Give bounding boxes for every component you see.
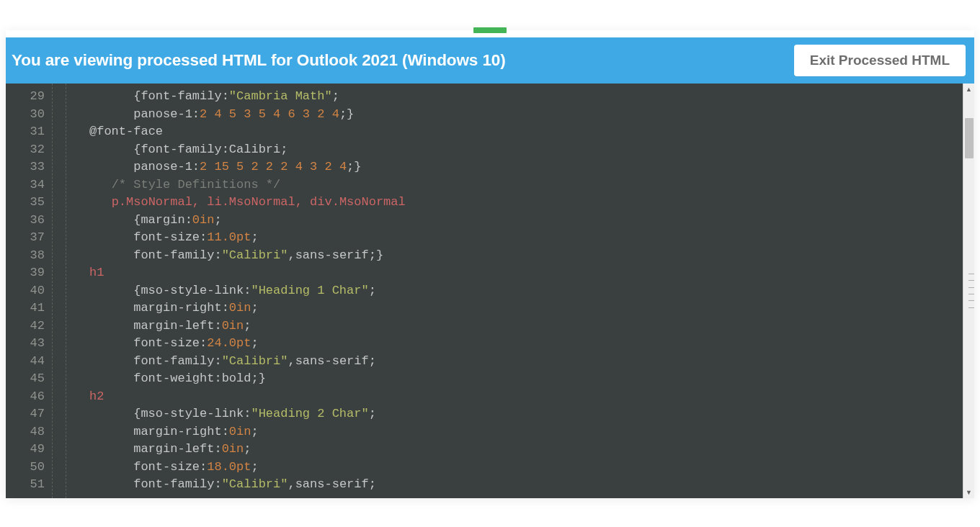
- code-line: margin-left:0in;: [53, 317, 963, 335]
- header-bar: You are viewing processed HTML for Outlo…: [6, 37, 974, 84]
- line-number: 39: [6, 264, 52, 282]
- code-line: margin-right:0in;: [53, 299, 963, 317]
- line-number: 41: [6, 299, 52, 317]
- line-number: 36: [6, 212, 52, 230]
- line-number: 47: [6, 405, 52, 423]
- line-number: 43: [6, 335, 52, 353]
- code-line: font-family:"Calibri",sans-serif;: [53, 476, 963, 494]
- code-editor: 2930313233343536373839404142434445464748…: [6, 84, 974, 498]
- line-number: 35: [6, 194, 52, 212]
- line-number: 32: [6, 141, 52, 159]
- vertical-scrollbar[interactable]: ▲ ▼: [963, 84, 974, 498]
- code-line: margin-left:0in;: [53, 441, 963, 459]
- code-line: panose-1:2 4 5 3 5 4 6 3 2 4;}: [53, 106, 963, 124]
- line-number: 30: [6, 106, 52, 124]
- line-number: 38: [6, 247, 52, 265]
- code-line: font-size:18.0pt;: [53, 459, 963, 477]
- header-title: You are viewing processed HTML for Outlo…: [12, 51, 506, 70]
- line-number: 48: [6, 423, 52, 441]
- viewer-container: You are viewing processed HTML for Outlo…: [6, 30, 974, 498]
- code-line: panose-1:2 15 5 2 2 2 4 3 2 4;}: [53, 158, 963, 176]
- code-line: {mso-style-link:"Heading 1 Char";: [53, 282, 963, 300]
- code-line: p.MsoNormal, li.MsoNormal, div.MsoNormal: [53, 194, 963, 212]
- code-line: {mso-style-link:"Heading 2 Char";: [53, 405, 963, 423]
- line-number: 46: [6, 388, 52, 406]
- line-number: 34: [6, 176, 52, 194]
- line-number: 29: [6, 88, 52, 106]
- code-line: h2: [53, 388, 963, 406]
- scrollbar-grip-icon: [968, 271, 974, 311]
- code-content[interactable]: {font-family:"Cambria Math"; panose-1:2 …: [52, 84, 963, 498]
- code-line: font-weight:bold;}: [53, 370, 963, 388]
- code-line: font-size:11.0pt;: [53, 229, 963, 247]
- code-line: font-family:"Calibri",sans-serif;: [53, 353, 963, 371]
- line-number: 51: [6, 476, 52, 494]
- exit-processed-html-button[interactable]: Exit Processed HTML: [794, 45, 966, 76]
- code-line: {font-family:Calibri;: [53, 141, 963, 159]
- code-line: {margin:0in;: [53, 212, 963, 230]
- line-number: 49: [6, 441, 52, 459]
- line-number: 40: [6, 282, 52, 300]
- line-number-gutter: 2930313233343536373839404142434445464748…: [6, 84, 52, 498]
- indent-guide: [66, 84, 66, 498]
- code-line: h1: [53, 264, 963, 282]
- scroll-up-arrow[interactable]: ▲: [963, 84, 974, 95]
- code-line: font-size:24.0pt;: [53, 335, 963, 353]
- code-line: margin-right:0in;: [53, 423, 963, 441]
- code-line: font-family:"Calibri",sans-serif;}: [53, 247, 963, 265]
- code-line: /* Style Definitions */: [53, 176, 963, 194]
- line-number: 50: [6, 459, 52, 477]
- line-number: 31: [6, 123, 52, 141]
- line-number: 33: [6, 158, 52, 176]
- scrollbar-thumb[interactable]: [965, 118, 974, 158]
- scroll-down-arrow[interactable]: ▼: [963, 487, 974, 498]
- code-line: {font-family:"Cambria Math";: [53, 88, 963, 106]
- line-number: 44: [6, 353, 52, 371]
- line-number: 37: [6, 229, 52, 247]
- top-accent-tab: [473, 27, 507, 33]
- line-number: 42: [6, 317, 52, 335]
- code-line: @font-face: [53, 123, 963, 141]
- line-number: 45: [6, 370, 52, 388]
